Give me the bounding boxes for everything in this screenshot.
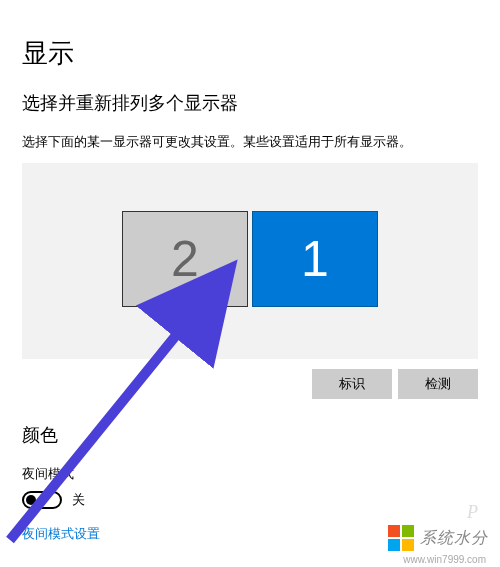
night-mode-toggle[interactable] [22, 491, 62, 509]
night-mode-label: 夜间模式 [22, 465, 478, 483]
monitor-arrangement-area[interactable]: 2 1 [22, 163, 478, 359]
page-title: 显示 [22, 36, 478, 71]
watermark-url: www.win7999.com [403, 554, 486, 565]
watermark-p-icon: P [467, 502, 478, 523]
arrange-description: 选择下面的某一显示器可更改其设置。某些设置适用于所有显示器。 [22, 133, 478, 151]
monitor-tile-1[interactable]: 1 [252, 211, 378, 307]
watermark: 系统水分 [388, 525, 488, 551]
monitor-tile-2[interactable]: 2 [122, 211, 248, 307]
identify-button[interactable]: 标识 [312, 369, 392, 399]
night-mode-state: 关 [72, 491, 85, 509]
toggle-knob [26, 495, 36, 505]
arrange-section-title: 选择并重新排列多个显示器 [22, 91, 478, 115]
microsoft-logo-icon [388, 525, 414, 551]
detect-button[interactable]: 检测 [398, 369, 478, 399]
watermark-text: 系统水分 [420, 528, 488, 549]
color-section-title: 颜色 [22, 423, 478, 447]
